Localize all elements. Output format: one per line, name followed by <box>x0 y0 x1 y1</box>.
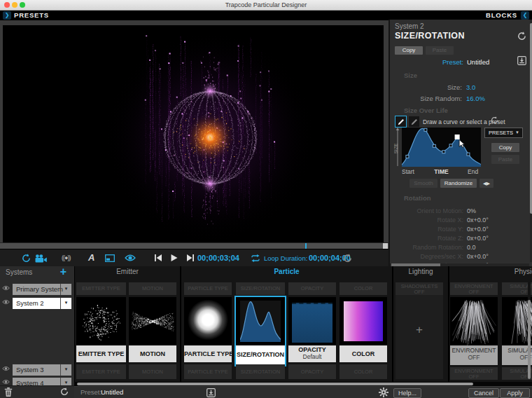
system-name: System 3 <box>16 364 44 375</box>
system-select-2[interactable]: System 2 ▼ <box>12 297 72 310</box>
reset-view-icon[interactable] <box>22 254 31 263</box>
camera-icon[interactable] <box>35 254 47 263</box>
rotate-y-label: Rotate Y: <box>397 226 463 233</box>
timeline-scrubber[interactable] <box>0 242 388 249</box>
size-value[interactable]: 3.0 <box>466 83 475 91</box>
copy-curve-button[interactable]: Copy <box>491 143 519 152</box>
tile-header-shadowlets: SHADOWLETS OFF <box>396 282 443 295</box>
preset-label: Preset: <box>418 58 463 66</box>
tile-thumb-motion[interactable] <box>129 297 176 345</box>
display-mode-icon[interactable] <box>105 254 115 262</box>
system-select-3[interactable]: System 3 ▼ <box>12 364 72 376</box>
play-button[interactable] <box>171 254 178 261</box>
glow-sphere-thumbnail <box>184 297 232 345</box>
bottom-preset-value[interactable]: Untitled <box>101 387 123 398</box>
curve-presets-dropdown[interactable]: PRESETS ▼ <box>484 128 523 138</box>
help-button[interactable]: Help... <box>393 388 421 398</box>
add-lighting-block-button[interactable]: + <box>396 323 443 337</box>
reset-loop-icon[interactable] <box>343 254 352 263</box>
color-gradient-thumbnail <box>344 301 383 341</box>
next-frame-button[interactable] <box>187 254 194 261</box>
viewport-toolbar: ((●)) A 00;00;03;04 Loop Duration: 00;00… <box>0 249 388 267</box>
environment-state: OFF <box>469 373 479 380</box>
rotate-z-label: Rotate Z: <box>397 235 463 242</box>
antialias-icon[interactable]: A <box>88 252 94 263</box>
tile-size-rotation-selected[interactable]: SIZE/ROTATION <box>234 296 286 366</box>
delete-system-trash-icon[interactable] <box>4 387 13 397</box>
scrubber-end-handle[interactable] <box>383 243 388 249</box>
tile-next-environment: ENVIRONMENT OFF <box>450 367 498 380</box>
size-random-value[interactable]: 16.0% <box>466 95 485 102</box>
previous-frame-button[interactable] <box>155 254 162 261</box>
blocks-panel-toggle[interactable]: BLOCKS <box>486 11 517 20</box>
tile-next-particle-type: PARTICLE TYPE <box>184 364 232 379</box>
size-over-life-curve-editor[interactable] <box>402 128 481 167</box>
shadowlets-state: OFF <box>414 289 425 295</box>
system-name: System 2 <box>16 298 44 308</box>
cancel-button[interactable]: Cancel <box>468 388 499 398</box>
tile-label-opacity[interactable]: OPACITY Default <box>288 345 336 362</box>
degrees-sec-x-value: 0x+0.0° <box>467 253 489 260</box>
eye-icon[interactable] <box>2 285 10 291</box>
orient-to-motion-value: 0% <box>467 207 476 214</box>
save-preset-icon[interactable] <box>206 388 216 397</box>
apply-button[interactable]: Apply <box>500 388 530 398</box>
tile-label-motion[interactable]: MOTION <box>129 345 176 362</box>
eye-icon[interactable] <box>2 366 10 371</box>
tile-label-particle-type[interactable]: PARTICLE TYPE <box>184 345 232 362</box>
tile-label-emitter-type[interactable]: EMITTER TYPE <box>76 345 126 362</box>
bottom-bar: Preset: Untitled Help... Cancel Apply <box>74 386 532 398</box>
blocks-vertical-scrollbar[interactable] <box>528 282 531 379</box>
paste-block-button[interactable]: Paste <box>426 46 454 55</box>
chevron-down-icon[interactable]: ▼ <box>60 364 71 376</box>
copy-block-button[interactable]: Copy <box>395 46 423 55</box>
reset-curve-icon[interactable] <box>491 116 498 124</box>
tile-label-size-rotation[interactable]: SIZE/ROTATION <box>236 345 285 365</box>
preview-viewport[interactable] <box>3 25 384 242</box>
current-timecode[interactable]: 00;00;03;04 <box>197 254 239 262</box>
tile-header-particle-type: PARTICLE TYPE <box>184 282 232 295</box>
smooth-button[interactable]: Smooth <box>410 179 438 188</box>
tile-thumb-particle-type[interactable] <box>184 297 232 345</box>
presets-expand-icon[interactable]: ❯ <box>3 11 11 20</box>
chevron-down-icon[interactable]: ▼ <box>60 284 71 295</box>
systems-panel-footer <box>0 385 74 398</box>
gear-icon[interactable] <box>379 387 388 397</box>
system-row-2: System 2 ▼ <box>0 297 74 309</box>
axis-end-label: End <box>468 168 478 175</box>
tile-thumb-emitter-type[interactable] <box>76 297 126 345</box>
tile-thumb-opacity[interactable] <box>288 297 336 345</box>
tile-thumb-environment[interactable] <box>450 297 498 345</box>
tile-label-environment[interactable]: ENVIRONMENT OFF <box>450 345 498 365</box>
eye-icon[interactable] <box>2 299 10 305</box>
visibility-eye-icon[interactable] <box>125 254 136 261</box>
save-preset-icon[interactable] <box>517 56 526 65</box>
playhead[interactable] <box>305 243 307 249</box>
chevron-down-icon[interactable]: ▼ <box>60 298 71 309</box>
randomize-button[interactable]: Randomize <box>440 179 477 188</box>
edit-curve-tool[interactable] <box>408 116 420 128</box>
nudge-curve-arrows-button[interactable]: ◀▶ <box>479 179 493 188</box>
reset-block-icon[interactable] <box>517 32 526 41</box>
tile-header-environment: ENVIRONMENT OFF <box>450 282 498 295</box>
preset-value[interactable]: Untitled <box>467 58 489 66</box>
tile-label-color[interactable]: COLOR <box>340 345 387 362</box>
system-select-primary[interactable]: Primary System ▼ <box>12 283 72 296</box>
eye-icon[interactable] <box>2 379 10 385</box>
presets-panel-toggle[interactable]: PRESETS <box>14 11 49 20</box>
tile-next-opacity: OPACITY <box>288 364 336 379</box>
blocks-collapse-icon[interactable]: ❮ <box>521 11 529 20</box>
tile-next-emitter-type: EMITTER TYPE <box>76 364 126 379</box>
paste-curve-button[interactable]: Paste <box>491 155 519 164</box>
motion-blur-icon[interactable]: ((●)) <box>62 254 70 261</box>
reset-systems-icon[interactable] <box>60 387 69 396</box>
titlebar: Trapcode Particular Designer <box>0 0 532 11</box>
draw-curve-tool-selected[interactable] <box>395 116 407 128</box>
tile-thumb-size-rotation[interactable] <box>236 297 285 345</box>
add-system-button[interactable]: + <box>60 266 66 278</box>
tile-thumb-color[interactable] <box>340 297 387 345</box>
block-title: SIZE/ROTATION <box>395 31 465 41</box>
particle-preview-canvas[interactable] <box>3 25 384 242</box>
loop-icon[interactable] <box>251 254 260 262</box>
tile-header-size-rotation: SIZE/ROTATION <box>236 282 285 295</box>
